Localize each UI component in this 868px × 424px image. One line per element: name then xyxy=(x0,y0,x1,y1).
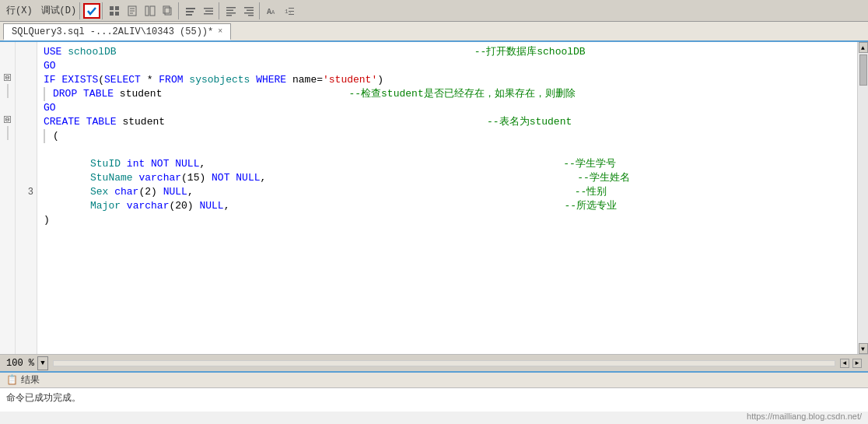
col-major: Major xyxy=(90,199,121,213)
scroll-left-arrow[interactable]: ◄ xyxy=(840,359,849,368)
line-num-2 xyxy=(16,59,37,73)
svg-rect-0 xyxy=(110,6,114,10)
svg-rect-14 xyxy=(186,14,192,16)
query-tab[interactable]: SQLQuery3.sql -...2ALIV\10343 (55))* × xyxy=(3,23,231,40)
line-num-1 xyxy=(16,45,37,59)
keyword-use: USE xyxy=(44,45,61,59)
menu-item-run[interactable]: 行(X) xyxy=(5,4,34,17)
toolbar-btn-10[interactable]: 1. xyxy=(281,3,298,19)
tabbar: SQLQuery3.sql -...2ALIV\10343 (55))* × xyxy=(0,22,868,42)
code-editor[interactable]: USE schoolDB --打开数据库schoolDB GO IF EXIST… xyxy=(37,42,857,354)
comma-1: , xyxy=(199,157,205,171)
col-sex: Sex xyxy=(90,185,108,199)
results-body: 命令已成功完成。 xyxy=(0,388,868,408)
code-line-6: CREATE TABLE student --表名为student xyxy=(44,115,851,129)
code-line-7: ( xyxy=(44,129,851,143)
table-student-1: student xyxy=(120,87,163,101)
svg-rect-20 xyxy=(226,12,236,14)
line-num-6 xyxy=(16,115,37,129)
keyword-create: CREATE xyxy=(44,115,80,129)
keyword-select: SELECT xyxy=(104,73,141,87)
code-line-12: Major varchar(20) NULL, --所选专业 xyxy=(44,199,851,213)
svg-rect-15 xyxy=(204,8,213,9)
toolbar-btn-9[interactable]: AA xyxy=(263,3,280,19)
toolbar-btn-1[interactable] xyxy=(106,3,123,19)
code-line-2: GO xyxy=(44,59,851,73)
comma-4: , xyxy=(224,199,230,213)
scroll-up-arrow[interactable]: ▲ xyxy=(859,42,868,53)
col-stuname: StuName xyxy=(90,171,133,185)
close-paren: ) xyxy=(44,213,50,227)
grid-icon xyxy=(109,5,120,16)
line-numbers: 3 xyxy=(16,42,37,354)
varchar-size-2: (20) xyxy=(169,199,193,213)
line-num-8 xyxy=(16,143,37,157)
line-num-9 xyxy=(16,157,37,171)
toolbar-btn-2[interactable] xyxy=(124,3,141,19)
numbering-icon: 1. xyxy=(284,5,295,16)
type-int: int xyxy=(127,157,145,171)
svg-rect-12 xyxy=(186,8,195,9)
toolbar-btn-8[interactable] xyxy=(240,3,257,19)
svg-rect-11 xyxy=(163,6,170,13)
comment-stuname: --学生姓名 xyxy=(577,171,630,185)
toolbar-btn-5[interactable] xyxy=(182,3,199,19)
table-student-2: student xyxy=(122,115,165,129)
svg-rect-18 xyxy=(226,7,236,9)
indent-icon xyxy=(203,5,214,16)
tab-close-button[interactable]: × xyxy=(218,27,222,36)
results-tab[interactable]: 📋 结果 xyxy=(6,373,40,387)
vertical-scrollbar[interactable]: ▲ ▼ xyxy=(857,42,868,354)
line-num-7 xyxy=(16,129,37,143)
zoom-dropdown-button[interactable]: ▼ xyxy=(37,356,48,370)
db-name: schoolDB xyxy=(68,45,116,59)
menu-item-debug[interactable]: 调试(D) xyxy=(40,4,79,17)
paren-close: ) xyxy=(377,73,383,87)
format-icon xyxy=(185,5,196,16)
left-gutter: ⊟ ⊟ xyxy=(0,42,16,354)
type-varchar-1: varchar xyxy=(138,171,181,185)
collapse-create-button[interactable]: ⊟ xyxy=(4,116,11,123)
toolbar-btn-3[interactable] xyxy=(142,3,159,19)
type-varchar-2: varchar xyxy=(127,199,170,213)
code-line-8 xyxy=(44,143,851,157)
code-line-1: USE schoolDB --打开数据库schoolDB xyxy=(44,45,851,59)
scroll-thumb-v[interactable] xyxy=(859,54,867,86)
results-header: 📋 结果 xyxy=(0,373,868,388)
col-stuid: StuID xyxy=(90,157,121,171)
svg-rect-21 xyxy=(226,15,232,16)
scroll-track-v[interactable] xyxy=(859,53,867,343)
svg-text:A: A xyxy=(271,9,275,16)
char-size: (2) xyxy=(138,185,156,199)
toolbar-btn-7[interactable] xyxy=(222,3,240,19)
string-student: 'student' xyxy=(323,73,377,87)
open-paren: ( xyxy=(53,129,59,143)
results-message: 命令已成功完成。 xyxy=(6,393,81,404)
type-char: char xyxy=(114,185,138,199)
keyword-where: WHERE xyxy=(256,73,286,87)
horizontal-scroll-track[interactable] xyxy=(53,360,835,366)
toolbar: 行(X) 调试(D) xyxy=(0,0,868,22)
kw-null-4: NULL xyxy=(199,199,223,213)
svg-rect-24 xyxy=(244,12,254,14)
kw-null-2: NULL xyxy=(236,171,260,185)
collapse-if-button[interactable]: ⊟ xyxy=(4,74,11,81)
scroll-down-arrow[interactable]: ▼ xyxy=(859,343,868,354)
svg-rect-3 xyxy=(115,12,119,16)
keyword-if: IF xyxy=(44,73,56,87)
toolbar-btn-4[interactable] xyxy=(159,3,177,19)
toolbar-btn-6[interactable] xyxy=(200,3,217,19)
toolbar-group-4: AA 1. xyxy=(261,2,299,19)
line-num-3 xyxy=(16,73,37,87)
comment-sex: --性别 xyxy=(575,185,607,199)
line-num-10 xyxy=(16,171,37,185)
columns-icon xyxy=(145,5,156,16)
page-icon xyxy=(127,5,138,16)
code-line-4: DROP TABLE student --检查student是否已经存在，如果存… xyxy=(44,87,851,101)
menu-group: 行(X) 调试(D) xyxy=(3,2,80,19)
checkmark-icon xyxy=(86,5,97,16)
comment-1: --打开数据库schoolDB xyxy=(474,45,586,59)
execute-button[interactable] xyxy=(83,3,100,19)
scroll-right-arrow[interactable]: ► xyxy=(852,359,862,368)
execute-group xyxy=(82,2,103,19)
